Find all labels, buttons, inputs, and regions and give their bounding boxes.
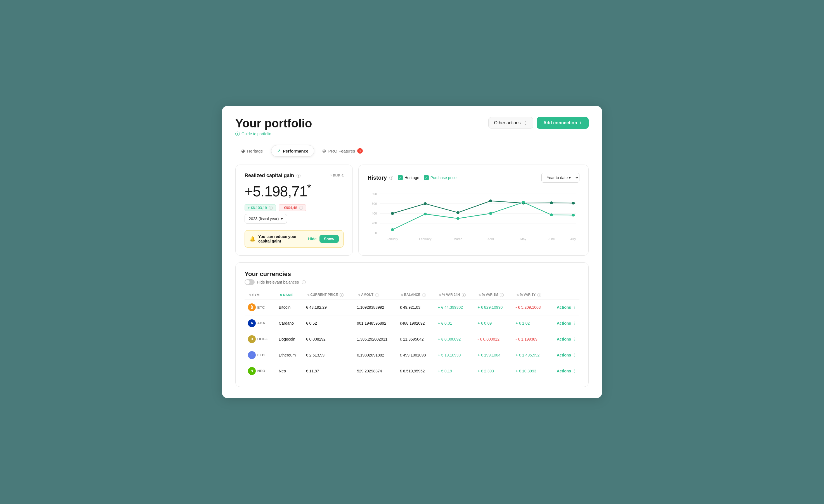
cell-sym-3: Ξ ETH <box>244 347 275 363</box>
coin-icon-eth: Ξ <box>248 351 256 359</box>
svg-text:400: 400 <box>372 212 377 215</box>
performance-tab-label: Performance <box>283 149 309 153</box>
cell-var1m-2: - € 0,000012 <box>474 331 512 347</box>
svg-point-16 <box>572 202 575 205</box>
pro-features-badge: 1 <box>357 148 363 154</box>
badge-negative: - €904,48 i <box>279 204 306 211</box>
capital-gain-info-icon[interactable]: i <box>297 174 301 178</box>
main-value: +5.198,71* <box>244 183 343 199</box>
col-actions <box>549 290 580 299</box>
svg-text:200: 200 <box>372 222 377 225</box>
var1y-info-icon[interactable]: i <box>537 293 541 297</box>
main-container: Your portfolio i Guide to portfolio Othe… <box>222 106 602 398</box>
cell-var24h-2: + € 0,000092 <box>434 331 474 347</box>
other-actions-button[interactable]: Other actions ⋮ <box>488 117 533 129</box>
history-header: History i ✓ Heritage ✓ Purchase price Ye… <box>368 173 580 183</box>
col-name[interactable]: ⇅ NAME <box>275 290 302 299</box>
col-current-price[interactable]: ⇅ CURRENT PRICE i <box>303 290 353 299</box>
tab-performance[interactable]: ↗ Performance <box>271 145 314 157</box>
tab-heritage[interactable]: ◕ Heritage <box>235 145 269 157</box>
content-row: Realized capital gain i * EUR € +5.198,7… <box>235 164 589 256</box>
other-actions-label: Other actions <box>494 120 521 125</box>
currency-label: * EUR € <box>330 173 343 178</box>
cell-amount-3: 0,19892091882 <box>353 347 396 363</box>
cell-balance-0: € 49.921,03 <box>396 299 434 316</box>
cell-sym-1: ₳ ADA <box>244 316 275 331</box>
coin-icon-neo: N <box>248 367 256 375</box>
var1m-info-icon[interactable]: i <box>500 293 504 297</box>
card-title-row: Realized capital gain i * EUR € <box>244 173 343 178</box>
year-to-date-select[interactable]: Year to date ▾ <box>541 173 580 183</box>
bell-icon: 🔔 <box>249 236 255 242</box>
svg-point-11 <box>424 202 427 205</box>
legend-purchase-label: Purchase price <box>430 175 456 180</box>
cell-var1y-0: - € 5.209,1003 <box>512 299 549 316</box>
badge-negative-info[interactable]: i <box>299 206 303 210</box>
balance-info-icon[interactable]: i <box>422 293 426 297</box>
actions-button-3[interactable]: Actions ⋮ <box>549 347 580 363</box>
col-sym[interactable]: ⇅ SYM <box>244 290 275 299</box>
hide-button[interactable]: Hide <box>308 237 316 241</box>
actions-button-1[interactable]: Actions ⋮ <box>549 316 580 331</box>
var24h-info-icon[interactable]: i <box>462 293 466 297</box>
hide-balances-info-icon[interactable]: i <box>302 280 306 284</box>
actions-button-4[interactable]: Actions ⋮ <box>549 363 580 379</box>
actions-button-2[interactable]: Actions ⋮ <box>549 331 580 347</box>
col-amount[interactable]: ⇅ AMOUT i <box>353 290 396 299</box>
add-connection-button[interactable]: Add connection + <box>537 117 589 129</box>
cell-sym-2: Ð DOGE <box>244 331 275 347</box>
add-connection-label: Add connection <box>543 120 577 125</box>
pro-features-tab-label: PRO Features <box>328 149 355 153</box>
col-var-1y[interactable]: ⇅ % VAR 1Y i <box>512 290 549 299</box>
cell-sym-4: N NEO <box>244 363 275 379</box>
col-var1m-label: % VAR 1M <box>482 293 498 297</box>
tab-pro-features[interactable]: ◎ PRO Features 1 <box>316 145 369 157</box>
actions-button-0[interactable]: Actions ⋮ <box>549 299 580 316</box>
col-amount-label: AMOUT <box>361 293 374 297</box>
cell-name-0: Bitcoin <box>275 299 302 316</box>
amount-info-icon[interactable]: i <box>375 293 379 297</box>
fiscal-year-select[interactable]: 2023 (fiscal year) ▾ <box>244 214 287 224</box>
svg-text:February: February <box>419 238 432 241</box>
col-balance[interactable]: ⇅ BALANCE i <box>396 290 434 299</box>
tabs: ◕ Heritage ↗ Performance ◎ PRO Features … <box>235 145 589 157</box>
svg-text:July: July <box>571 238 576 241</box>
cell-var24h-0: + € 44,399302 <box>434 299 474 316</box>
col-var-1m[interactable]: ⇅ % VAR 1M i <box>474 290 512 299</box>
hide-balances-toggle[interactable] <box>244 279 254 285</box>
svg-point-21 <box>522 201 525 204</box>
cell-balance-2: € 11,3595042 <box>396 331 434 347</box>
guide-link[interactable]: i Guide to portfolio <box>235 132 312 136</box>
table-row: ₳ ADA Cardano € 0,52 901,1948595892 €468… <box>244 316 580 331</box>
cell-name-1: Cardano <box>275 316 302 331</box>
badge-positive-info[interactable]: i <box>269 206 273 210</box>
svg-text:January: January <box>387 238 398 241</box>
show-button[interactable]: Show <box>319 235 339 243</box>
page-header: Your portfolio i Guide to portfolio Othe… <box>235 117 589 136</box>
heritage-tab-icon: ◕ <box>241 148 245 153</box>
svg-point-15 <box>550 202 553 204</box>
chevron-down-icon: ▾ <box>281 217 283 221</box>
cell-amount-1: 901,1948595892 <box>353 316 396 331</box>
svg-point-18 <box>424 213 427 215</box>
dots-icon: ⋮ <box>523 120 527 125</box>
col-price-label: CURRENT PRICE <box>310 293 338 297</box>
history-chart: 800 600 400 200 0 <box>368 188 580 244</box>
svg-point-23 <box>572 214 575 217</box>
price-info-icon[interactable]: i <box>340 293 343 297</box>
card-title: Realized capital gain i <box>244 173 301 178</box>
svg-text:May: May <box>520 238 527 241</box>
cell-sym-0: ₿ BTC <box>244 299 275 316</box>
header-right: Other actions ⋮ Add connection + <box>488 117 589 129</box>
history-info-icon[interactable]: i <box>389 176 393 179</box>
cell-balance-3: € 499,1001098 <box>396 347 434 363</box>
cell-amount-4: 529,20298374 <box>353 363 396 379</box>
col-var-24h[interactable]: ⇅ % VAR 24H i <box>434 290 474 299</box>
table-row: Ξ ETH Ethereum € 2.513,99 0,19892091882 … <box>244 347 580 363</box>
col-sym-label: SYM <box>252 293 260 297</box>
table-row: ₿ BTC Bitcoin € 43.192,29 1,10929383992 … <box>244 299 580 316</box>
svg-point-17 <box>391 228 394 231</box>
svg-point-19 <box>456 217 459 220</box>
svg-point-13 <box>489 200 492 202</box>
svg-text:800: 800 <box>372 193 377 196</box>
